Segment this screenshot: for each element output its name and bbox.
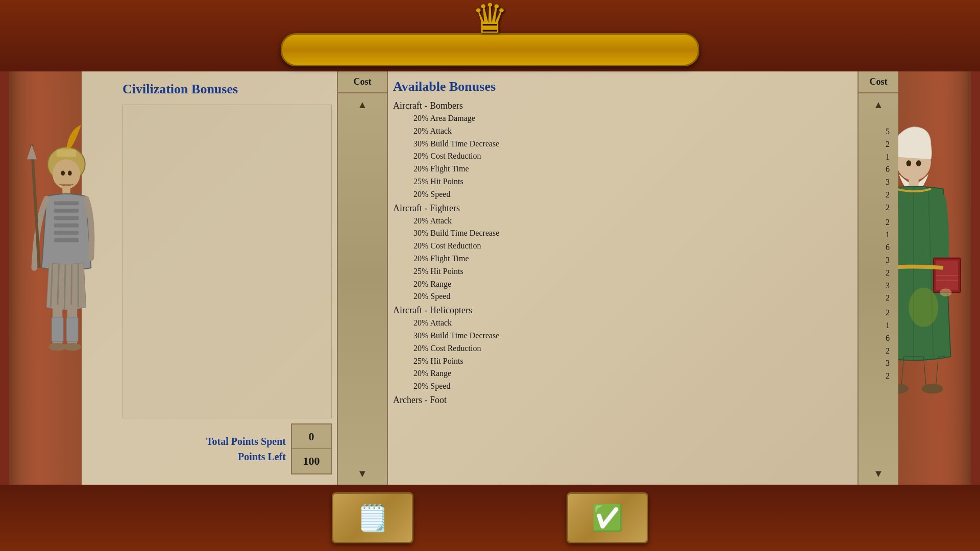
bonus-item[interactable]: 25% Hit Points: [393, 265, 852, 278]
bonus-item[interactable]: 20% Cost Reduction: [393, 240, 852, 253]
bottom-bar: 🗒️ ✅: [0, 485, 980, 551]
cost-value: 2: [861, 216, 896, 229]
svg-rect-11: [54, 238, 79, 242]
svg-rect-9: [54, 223, 79, 228]
svg-rect-1: [57, 149, 77, 157]
confirm-icon: ✅: [592, 503, 623, 533]
bonus-category: Aircraft - Bombers20% Area Damage20% Att…: [393, 101, 852, 201]
category-name[interactable]: Archers - Foot: [393, 395, 852, 406]
right-scroll-up[interactable]: ▲: [869, 95, 888, 114]
svg-rect-7: [54, 209, 79, 213]
cost-value: 2: [861, 138, 896, 151]
points-labels: Total Points Spent Points Left: [122, 423, 291, 474]
svg-line-17: [71, 264, 72, 308]
bonus-item[interactable]: 20% Range: [393, 367, 852, 380]
cost-value: 2: [861, 267, 896, 280]
right-scroll-down[interactable]: ▼: [869, 464, 888, 483]
svg-rect-22: [66, 317, 78, 342]
bonus-item[interactable]: 20% Attack: [393, 215, 852, 228]
svg-rect-21: [52, 317, 63, 342]
right-cost-header: Cost: [859, 71, 898, 93]
right-cost-column: Cost ▲ 52163222163232216232 ▼: [857, 71, 898, 485]
bonus-item[interactable]: 25% Hit Points: [393, 355, 852, 368]
bonus-item[interactable]: 20% Range: [393, 278, 852, 291]
svg-point-4: [68, 171, 72, 176]
bonus-item[interactable]: 20% Cost Reduction: [393, 342, 852, 355]
bonus-item[interactable]: 20% Flight Time: [393, 163, 852, 176]
bonus-item[interactable]: 20% Area Damage: [393, 112, 852, 125]
cost-value: 3: [861, 280, 896, 292]
confirm-button[interactable]: ✅: [567, 492, 648, 543]
bonus-item[interactable]: 30% Build Time Decrease: [393, 138, 852, 151]
cost-value: 2: [861, 202, 896, 214]
points-values: 0 100: [291, 423, 332, 474]
cancel-button[interactable]: 🗒️: [332, 492, 413, 543]
svg-point-26: [906, 160, 912, 166]
svg-rect-10: [54, 231, 79, 235]
cost-value: 3: [861, 357, 896, 370]
svg-point-24: [63, 343, 81, 350]
scroll-down-arrow[interactable]: ▼: [353, 464, 372, 483]
bonus-item[interactable]: 20% Flight Time: [393, 253, 852, 265]
svg-point-33: [940, 289, 951, 296]
bonus-item[interactable]: 20% Attack: [393, 317, 852, 330]
points-spent-label: Total Points Spent: [206, 434, 286, 449]
main-content: Civilization Bonuses Total Points Spent …: [82, 71, 898, 485]
svg-point-3: [61, 171, 65, 176]
cost-values-container: 52163222163232216232: [859, 116, 898, 462]
svg-rect-6: [54, 202, 79, 206]
points-spent-value: 0: [292, 424, 331, 449]
middle-cost-panel: Cost ▲ ▼: [337, 71, 388, 485]
bonus-categories-container: Aircraft - Bombers20% Area Damage20% Att…: [393, 101, 852, 406]
cancel-icon: 🗒️: [357, 503, 388, 533]
bonus-item[interactable]: 20% Speed: [393, 290, 852, 303]
cost-value: 2: [861, 370, 896, 383]
bonus-item[interactable]: 20% Speed: [393, 380, 852, 393]
cost-value: 2: [861, 189, 896, 202]
top-bar: ♛: [0, 0, 980, 71]
cost-spacer: [861, 383, 896, 385]
points-section: Total Points Spent Points Left 0 100: [122, 423, 332, 474]
bonuses-list-area[interactable]: Available Bonuses Aircraft - Bombers20% …: [388, 71, 857, 485]
cost-value: 6: [861, 241, 896, 254]
points-left-value: 100: [292, 449, 331, 473]
available-bonuses-title: Available Bonuses: [393, 79, 852, 94]
category-name[interactable]: Aircraft - Fighters: [393, 203, 852, 214]
scroll-up-arrow[interactable]: ▲: [353, 95, 372, 114]
bonus-category: Aircraft - Fighters20% Attack30% Build T…: [393, 203, 852, 304]
cost-value: 2: [861, 292, 896, 305]
cost-value: 2: [861, 307, 896, 319]
cost-value: 1: [861, 229, 896, 241]
crown-icon: ♛: [472, 0, 508, 42]
bonus-item[interactable]: 25% Hit Points: [393, 176, 852, 188]
category-name[interactable]: Aircraft - Helicopters: [393, 305, 852, 316]
svg-marker-13: [27, 144, 37, 159]
cost-value: 6: [861, 332, 896, 345]
left-panel: Civilization Bonuses Total Points Spent …: [82, 71, 337, 485]
category-name[interactable]: Aircraft - Bombers: [393, 101, 852, 111]
civ-bonuses-area[interactable]: [122, 105, 332, 418]
svg-line-16: [64, 264, 65, 309]
civ-bonuses-title: Civilization Bonuses: [122, 82, 332, 97]
points-left-label: Points Left: [238, 449, 286, 464]
svg-point-27: [916, 160, 921, 166]
cost-value: 3: [861, 254, 896, 267]
bonus-category: Aircraft - Helicopters20% Attack30% Buil…: [393, 305, 852, 393]
bonus-item[interactable]: 20% Cost Reduction: [393, 150, 852, 163]
cost-value: 2: [861, 345, 896, 358]
cost-value: 1: [861, 151, 896, 164]
right-panel: Available Bonuses Aircraft - Bombers20% …: [388, 71, 898, 485]
bonus-item[interactable]: 20% Speed: [393, 188, 852, 201]
cost-value: 5: [861, 126, 896, 138]
bonus-category: Archers - Foot: [393, 395, 852, 406]
cost-value: 6: [861, 163, 896, 176]
cost-value: 3: [861, 176, 896, 189]
bonus-item[interactable]: 30% Build Time Decrease: [393, 330, 852, 342]
bonus-item[interactable]: 20% Attack: [393, 125, 852, 138]
bonus-item[interactable]: 30% Build Time Decrease: [393, 227, 852, 240]
svg-point-35: [921, 384, 943, 393]
svg-rect-8: [54, 216, 79, 220]
cost-value: 1: [861, 319, 896, 332]
middle-cost-header: Cost: [338, 71, 387, 93]
svg-point-36: [909, 288, 938, 327]
